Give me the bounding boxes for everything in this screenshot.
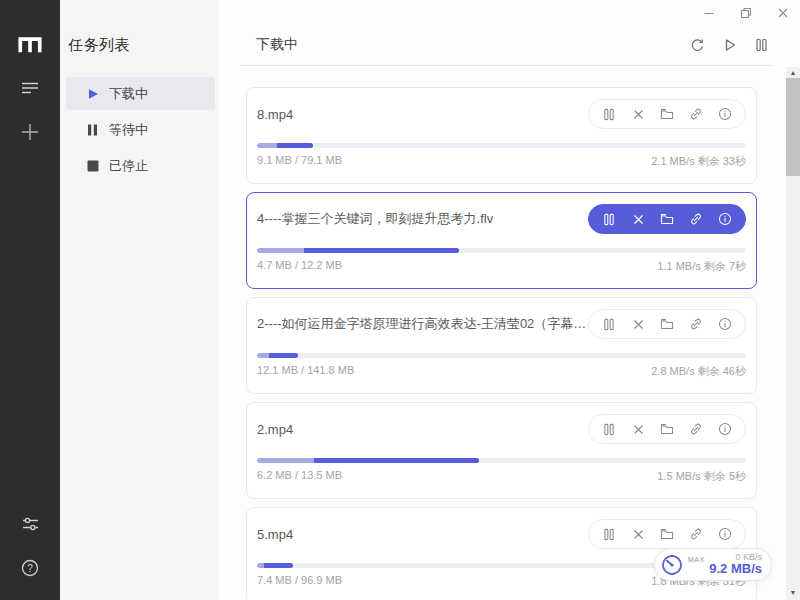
task-card[interactable]: 8.mp4: [246, 87, 757, 184]
delete-task-icon[interactable]: [631, 212, 645, 226]
task-size-text: 4.7 MB / 12.2 MB: [257, 259, 342, 274]
progress-segment-buffered: [257, 563, 264, 568]
copy-link-icon[interactable]: [689, 527, 703, 541]
task-list: 8.mp4: [240, 87, 773, 600]
task-info-icon[interactable]: [718, 527, 732, 541]
scroll-down-icon[interactable]: ▼: [786, 587, 800, 599]
progress-segment-buffered: [257, 458, 314, 463]
task-card-header: 5.mp4: [257, 518, 746, 550]
sidebar-item-label: 下载中: [109, 85, 148, 103]
delete-task-icon[interactable]: [631, 107, 645, 121]
pause-task-icon[interactable]: [602, 107, 616, 121]
task-action-bar: [588, 99, 746, 129]
speed-values: 0 KB/s 9.2 MB/s: [705, 552, 762, 577]
sidebar-item-downloading[interactable]: 下载中: [66, 77, 215, 110]
task-info-icon[interactable]: [718, 422, 732, 436]
motrix-window: ? 任务列表 下载中 等待中 已停止: [0, 0, 800, 600]
progress-segment-downloaded: [277, 143, 313, 148]
progress-segment-downloaded: [269, 353, 298, 358]
task-filename: 5.mp4: [257, 527, 293, 542]
task-action-bar: [588, 204, 746, 234]
task-speed-text: 2.8 MB/s 剩余 46秒: [651, 364, 746, 379]
task-card[interactable]: 4----掌握三个关键词，即刻提升思考力.flv: [246, 192, 757, 289]
resume-all-icon[interactable]: [722, 38, 737, 53]
task-speed-text: 1.1 MB/s 剩余 7秒: [657, 259, 746, 274]
progress-segment-downloaded: [304, 248, 460, 253]
help-icon: ?: [21, 559, 39, 577]
delete-task-icon[interactable]: [631, 527, 645, 541]
open-folder-icon[interactable]: [660, 107, 674, 121]
copy-link-icon[interactable]: [689, 212, 703, 226]
open-folder-icon[interactable]: [660, 212, 674, 226]
task-info-icon[interactable]: [718, 212, 732, 226]
copy-link-icon[interactable]: [689, 317, 703, 331]
task-action-bar: [588, 519, 746, 549]
main-area: 下载中: [218, 0, 800, 600]
progress-segment-downloaded: [314, 458, 479, 463]
play-icon: [86, 87, 99, 100]
speed-widget[interactable]: MAX 0 KB/s 9.2 MB/s: [654, 548, 772, 581]
task-filename: 2.mp4: [257, 422, 293, 437]
task-card[interactable]: 2.mp4: [246, 402, 757, 499]
page-header: 下载中: [240, 25, 773, 66]
task-size-text: 9.1 MB / 79.1 MB: [257, 154, 342, 169]
pause-all-icon[interactable]: [754, 38, 769, 53]
restore-icon[interactable]: [739, 6, 753, 20]
open-folder-icon[interactable]: [660, 527, 674, 541]
scrollbar-thumb[interactable]: [786, 78, 800, 176]
delete-task-icon[interactable]: [631, 422, 645, 436]
task-list-icon[interactable]: [0, 66, 60, 110]
task-progress-bar: [257, 143, 746, 148]
task-card-header: 4----掌握三个关键词，即刻提升思考力.flv: [257, 203, 746, 235]
open-folder-icon[interactable]: [660, 317, 674, 331]
task-size-text: 12.1 MB / 141.8 MB: [257, 364, 354, 379]
task-filename: 4----掌握三个关键词，即刻提升思考力.flv: [257, 210, 493, 228]
scrollbar[interactable]: ▲ ▼: [786, 67, 800, 600]
svg-text:?: ?: [27, 563, 33, 574]
app-logo[interactable]: [0, 22, 60, 66]
task-speed-text: 2.1 MB/s 剩余 33秒: [651, 154, 746, 169]
sidebar-item-stopped[interactable]: 已停止: [66, 149, 215, 182]
pause-icon: [86, 123, 99, 136]
sidebar-list: 下载中 等待中 已停止: [60, 77, 218, 182]
pause-task-icon[interactable]: [602, 527, 616, 541]
pause-task-icon[interactable]: [602, 317, 616, 331]
add-task-icon[interactable]: [0, 110, 60, 154]
close-icon[interactable]: [776, 6, 790, 20]
copy-link-icon[interactable]: [689, 107, 703, 121]
page-title: 下载中: [240, 36, 298, 54]
task-info-icon[interactable]: [718, 317, 732, 331]
task-stats: 4.7 MB / 12.2 MB 1.1 MB/s 剩余 7秒: [257, 259, 746, 274]
task-info-icon[interactable]: [718, 107, 732, 121]
task-progress-bar: [257, 353, 746, 358]
task-filename: 8.mp4: [257, 107, 293, 122]
progress-segment-buffered: [257, 353, 269, 358]
sidebar-item-waiting[interactable]: 等待中: [66, 113, 215, 146]
refresh-icon[interactable]: [690, 38, 705, 53]
preferences-icon[interactable]: [0, 502, 60, 546]
task-size-text: 6.2 MB / 13.5 MB: [257, 469, 342, 484]
task-size-text: 7.4 MB / 96.9 MB: [257, 574, 342, 589]
sidebar-title: 任务列表: [60, 0, 218, 55]
progress-segment-buffered: [257, 143, 277, 148]
progress-segment-buffered: [257, 248, 304, 253]
open-folder-icon[interactable]: [660, 422, 674, 436]
task-card-header: 2----如何运用金字塔原理进行高效表达-王清莹02（字幕）.flv: [257, 308, 746, 340]
header-actions: [690, 38, 773, 53]
delete-task-icon[interactable]: [631, 317, 645, 331]
titlebar: [218, 0, 800, 25]
task-card-header: 2.mp4: [257, 413, 746, 445]
task-action-bar: [588, 414, 746, 444]
content: 下载中: [240, 25, 773, 600]
task-card[interactable]: 2----如何运用金字塔原理进行高效表达-王清莹02（字幕）.flv: [246, 297, 757, 394]
help-iccon[interactable]: ?: [0, 546, 60, 590]
minimize-icon[interactable]: [702, 6, 716, 20]
speedometer-icon: [660, 553, 684, 577]
nav-rail: ?: [0, 0, 60, 600]
pause-task-icon[interactable]: [602, 212, 616, 226]
copy-link-icon[interactable]: [689, 422, 703, 436]
sidebar-item-label: 已停止: [109, 157, 148, 175]
download-speed: 9.2 MB/s: [709, 562, 762, 577]
speed-max-label: MAX: [688, 549, 705, 563]
pause-task-icon[interactable]: [602, 422, 616, 436]
